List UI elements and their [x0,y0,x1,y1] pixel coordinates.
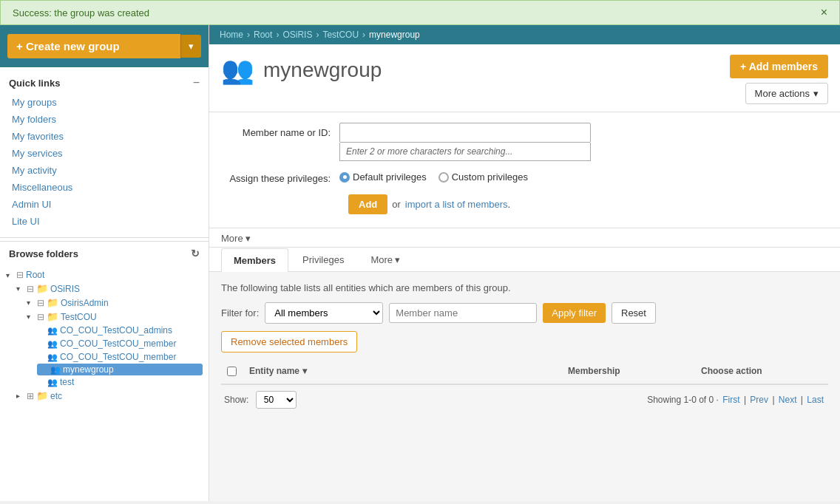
show-label: Show: [224,395,248,405]
breadcrumb-home[interactable]: Home [220,30,243,40]
breadcrumb-root[interactable]: Root [254,30,272,40]
pagination-sep3: | [801,395,805,405]
add-button[interactable]: Add [348,194,387,214]
tree-osiris[interactable]: ▾ ⊟ 📁 OSiRIS [16,282,203,296]
sidebar-item-admin-ui[interactable]: Admin UI [0,196,209,213]
tree-testcou-label: TestCOU [61,312,97,322]
sidebar-item-my-favorites[interactable]: My favorites [0,128,209,145]
sidebar-item-my-activity[interactable]: My activity [0,162,209,179]
tree-test-label: test [60,377,74,387]
privileges-control: Default privileges Custom privileges [339,168,828,183]
privileges-label: Assign these privileges: [221,168,339,184]
table-header: Entity name ▾ Membership Choose action [221,358,828,385]
pagination-last[interactable]: Last [807,395,824,405]
breadcrumb-osiris[interactable]: OSiRIS [282,30,312,40]
tab-more-label: More [370,254,393,265]
members-description: The following table lists all entities w… [221,282,828,293]
show-controls: Show: 10 25 50 100 [224,391,297,409]
tree-mynewgroup[interactable]: 👥 mynewgroup [37,364,203,375]
breadcrumb-sep1: › [247,30,250,40]
minimize-quick-links-button[interactable]: − [193,76,200,89]
tab-members[interactable]: Members [221,248,288,272]
table-col-checkbox [221,363,243,379]
table-col-choose-action: Choose action [695,363,828,379]
quick-links-section: Quick links − My groups My folders My fa… [0,67,209,234]
create-group-dropdown-button[interactable]: ▾ [180,35,201,58]
tree-osirisadmin[interactable]: ▾ ⊟ 📁 OsirisAdmin [27,296,203,310]
tree-co-cou-member2-label: CO_COU_TestCOU_member [60,352,176,362]
sort-icon[interactable]: ▾ [302,366,307,376]
sidebar-item-miscellaneous[interactable]: Miscellaneous [0,179,209,196]
sidebar-item-lite-ui[interactable]: Lite UI [0,213,209,230]
custom-privileges-radio[interactable] [438,172,449,183]
breadcrumb: Home › Root › OSiRIS › TestCOU › mynewgr… [209,25,840,44]
tree-co-cou-member1-label: CO_COU_TestCOU_member [60,338,176,349]
import-suffix: . [508,199,511,210]
member-search-hint: Enter 2 or more characters for searching… [339,143,591,161]
pagination-prev[interactable]: Prev [750,395,768,405]
member-name-input[interactable] [339,123,591,143]
membership-header: Membership [568,366,620,376]
table-col-membership: Membership [562,363,695,379]
quick-links-label: Quick links [9,78,60,89]
tree-osiris-label: OSiRIS [50,284,80,294]
more-actions-dropdown-icon: ▾ [813,88,819,99]
tree-etc[interactable]: ▸ ⊞ 📁 etc [16,389,203,403]
sidebar-item-my-folders[interactable]: My folders [0,111,209,128]
pagination-showing-text: Showing 1-0 of 0 · [647,395,721,405]
tree-root-label: Root [26,270,44,280]
breadcrumb-current: mynewgroup [369,30,420,40]
breadcrumb-testcou[interactable]: TestCOU [322,30,359,40]
tab-privileges[interactable]: Privileges [290,248,356,271]
default-privileges-radio[interactable] [339,172,350,183]
add-row: Add or import a list of members . [221,191,828,217]
tree-mynewgroup-label: mynewgroup [63,364,114,375]
or-text: or [392,199,401,210]
reset-filter-button[interactable]: Reset [612,302,656,324]
breadcrumb-sep3: › [316,30,319,40]
table-col-entity-name: Entity name ▾ [243,363,562,379]
tab-more-icon: ▾ [395,254,400,265]
group-header: 👥 mynewgroup + Add members More actions … [209,44,840,112]
browse-folders-header: Browse folders ↻ [0,241,209,265]
quick-links-header: Quick links − [0,72,209,94]
tree-co-cou-admins[interactable]: 👥 CO_COU_TestCOU_admins [37,324,203,337]
members-section: The following table lists all entities w… [209,272,840,501]
more-actions-button[interactable]: More actions ▾ [745,83,828,104]
select-all-checkbox[interactable] [227,367,237,376]
entity-name-header: Entity name [249,366,299,376]
create-group-button[interactable]: + Create new group [7,34,180,58]
default-privileges-option[interactable]: Default privileges [339,171,427,183]
show-count-select[interactable]: 10 25 50 100 [256,391,297,409]
success-message: Success: the group was created [13,7,149,18]
tree-co-cou-member2[interactable]: 👥 CO_COU_TestCOU_member [37,350,203,364]
sidebar-item-my-services[interactable]: My services [0,145,209,162]
import-link[interactable]: import a list of members [405,199,508,210]
filter-select[interactable]: All members Active members Inactive memb… [265,302,383,324]
tree-root[interactable]: ▾ ⊟ Root [6,268,203,282]
pagination-sep1: | [744,395,748,405]
tabs-bar: Members Privileges More ▾ [209,248,840,272]
custom-privileges-option[interactable]: Custom privileges [438,171,528,183]
remove-selected-button[interactable]: Remove selected members [221,331,357,353]
filter-member-name-input[interactable] [389,303,537,323]
custom-privileges-label: Custom privileges [452,171,528,183]
more-toggle-icon: ▾ [245,233,251,244]
tree-co-cou-member1[interactable]: 👥 CO_COU_TestCOU_member [37,337,203,350]
more-toggle-button[interactable]: More ▾ [221,233,251,244]
tab-more[interactable]: More ▾ [358,248,413,271]
pagination-sep2: | [772,395,776,405]
refresh-icon[interactable]: ↻ [191,248,200,259]
add-members-button[interactable]: + Add members [730,55,828,78]
folder-tree: ▾ ⊟ Root ▾ ⊟ 📁 OSiRIS ▾ ⊟ 📁 Osiri [0,265,209,406]
tree-test[interactable]: 👥 test [37,375,203,389]
tree-testcou[interactable]: ▾ ⊟ 📁 TestCOU [27,310,203,324]
create-group-section: + Create new group ▾ [0,25,209,67]
pagination-next[interactable]: Next [779,395,797,405]
header-actions: + Add members More actions ▾ [730,55,828,104]
apply-filter-button[interactable]: Apply filter [543,303,606,323]
pagination-first[interactable]: First [722,395,739,405]
sidebar-item-my-groups[interactable]: My groups [0,94,209,111]
group-icon-big: 👥 [221,55,254,86]
close-banner-button[interactable]: × [821,7,827,18]
